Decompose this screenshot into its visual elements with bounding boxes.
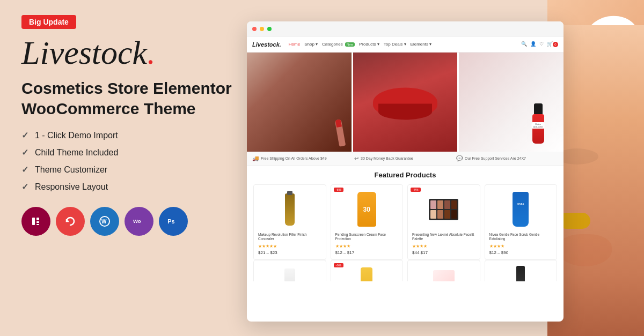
svg-rect-2 (36, 221, 39, 223)
nav-items: Home Shop ▾ Categories New Products ▾ To… (289, 42, 521, 47)
theme-title-line2: WooCommerce Theme (21, 100, 196, 117)
nav-top-deals[interactable]: Top Deals ▾ (384, 42, 406, 47)
product-badge-6: -6% (334, 263, 344, 267)
product-price-2: $12 – $17 (335, 250, 399, 255)
elementor-icon (21, 207, 50, 236)
search-icon[interactable]: 🔍 (521, 41, 527, 47)
shipping-truck-icon: 🚚 (252, 155, 259, 161)
hero-image-row: MAKEUP (247, 53, 564, 152)
shipping-item-1: 🚚 Free Shipping On All Orders Above $49 (252, 155, 354, 161)
check-icon-3: ✓ (21, 165, 28, 175)
logo-text: Livestock (21, 34, 147, 71)
product-image-6 (335, 265, 399, 281)
svg-rect-1 (36, 218, 39, 220)
product-name-2: Pending Sunscreen Cream Face Protection (335, 233, 399, 242)
shipping-text-1: Free Shipping On All Orders Above $49 (261, 156, 327, 160)
product-name-1: Makeup Revolution Filler Finish Conceale… (258, 233, 321, 242)
theme-title: Cosmetics Store Elementor WooCommerce Th… (21, 78, 236, 118)
nav-shop[interactable]: Shop ▾ (304, 42, 318, 47)
svg-rect-3 (36, 224, 39, 225)
product-card-7[interactable]: LAKMÉ (407, 260, 480, 281)
product-card-8[interactable] (485, 260, 558, 281)
browser-chrome-bar (247, 21, 564, 36)
products-row-2: -6% LAKMÉ (253, 260, 557, 281)
check-icon-1: ✓ (21, 130, 28, 140)
big-update-badge: Big Update (21, 15, 76, 29)
product-stars-1: ★★★★★ (258, 244, 321, 249)
check-icon-2: ✓ (21, 147, 28, 158)
nav-home[interactable]: Home (289, 42, 300, 47)
oil-img (361, 267, 372, 281)
product-image-7: LAKMÉ (412, 265, 475, 281)
smile (558, 234, 612, 266)
product-badge-3: -8% (411, 188, 421, 192)
lower-lip (378, 103, 432, 120)
product-name-4: Nivea Gentle Face Scrub Gentle Exfoliati… (489, 233, 553, 242)
hero-bg-3 (459, 53, 564, 152)
shipping-item-2: ↩ 30 Day Money Back Guarantee (354, 155, 456, 161)
product-card-6[interactable]: -6% (331, 260, 404, 281)
nav-elements[interactable]: Elements ▾ (411, 42, 432, 47)
product-card-4[interactable]: Nivea Gentle Face Scrub Gentle Exfoliati… (485, 184, 558, 260)
product-card-5[interactable] (253, 260, 326, 281)
featured-products-section: Featured Products Makeup Revolution Fill… (247, 166, 564, 287)
tech-icons: W Wo Ps (21, 207, 236, 236)
palette-color-8 (451, 210, 457, 219)
tube-img (284, 268, 295, 281)
palette-color-6 (437, 210, 443, 219)
feature-text-1: 1 - Click Demo Import (35, 131, 118, 140)
bottle-brand: Cutexcare+color (531, 122, 545, 129)
feature-item-4: ✓ Responsive Layout (21, 182, 236, 192)
product-card-2[interactable]: -6% Pending Sunscreen Cream Face Protect… (331, 184, 404, 260)
cart-icon[interactable]: 🛒0 (547, 41, 558, 47)
svg-rect-0 (32, 218, 35, 225)
browser-mockup: Livestock. Home Shop ▾ Categories New Pr… (247, 21, 564, 322)
nav-icons: 🔍 👤 ♡ 🛒0 (521, 41, 558, 47)
nav-categories[interactable]: Categories New (322, 42, 355, 47)
check-icon-4: ✓ (21, 182, 28, 192)
photoshop-icon: Ps (159, 207, 188, 236)
product-name-3: Presenting New Lakmé Absolute Facefit Pa… (412, 233, 475, 242)
product-image-1 (258, 189, 321, 229)
hero-image-1: MAKEUP (247, 53, 352, 152)
product-card-3[interactable]: -8% Presenting New Lakmé Absolute Facefi… (407, 184, 480, 260)
product-image-5 (258, 265, 321, 281)
money-back-icon: ↩ (354, 155, 358, 161)
browser-dot-yellow (260, 27, 264, 31)
products-grid-row1: Makeup Revolution Filler Finish Conceale… (253, 184, 557, 260)
bottle-cap (534, 103, 543, 114)
nivea-img (513, 192, 529, 227)
lips-area (373, 87, 437, 117)
mascara-img (516, 266, 525, 281)
nav-badge: New (345, 42, 355, 47)
product-card-1[interactable]: Makeup Revolution Filler Finish Conceale… (253, 184, 326, 260)
account-icon[interactable]: 👤 (530, 41, 536, 47)
svg-text:Wo: Wo (133, 219, 141, 225)
product-price-4: $12 – $90 (489, 250, 553, 255)
palette-color-5 (430, 210, 436, 219)
site-logo: Livestock. (252, 41, 281, 48)
svg-text:W: W (101, 219, 107, 225)
browser-dot-red (252, 27, 257, 31)
logo-dot: . (147, 34, 156, 71)
fingernail (335, 120, 341, 128)
wishlist-icon[interactable]: ♡ (539, 41, 544, 47)
product-stars-4: ★★★★ (489, 244, 553, 249)
features-list: ✓ 1 - Click Demo Import ✓ Child Theme In… (21, 130, 236, 192)
product-stars-2: ★★★★ (335, 244, 399, 249)
product-image-2 (335, 189, 399, 229)
nav-products[interactable]: Products ▾ (359, 42, 379, 47)
palette-color-4 (451, 200, 457, 209)
featured-title: Featured Products (253, 171, 557, 179)
feature-text-4: Responsive Layout (35, 182, 108, 192)
feature-item-3: ✓ Theme Customizer (21, 165, 236, 175)
feature-text-3: Theme Customizer (35, 165, 107, 175)
product-image-8 (489, 265, 553, 281)
support-icon: 💬 (456, 155, 463, 161)
theme-title-line1: Cosmetics Store Elementor (21, 79, 232, 97)
shipping-text-2: 30 Day Money Back Guarantee (361, 156, 413, 160)
feature-text-2: Child Theme Included (35, 148, 118, 158)
palette-color-2 (437, 200, 443, 209)
lakme-img: LAKMÉ (433, 270, 455, 281)
products-grid-row2: -6% LAKMÉ (253, 260, 557, 281)
